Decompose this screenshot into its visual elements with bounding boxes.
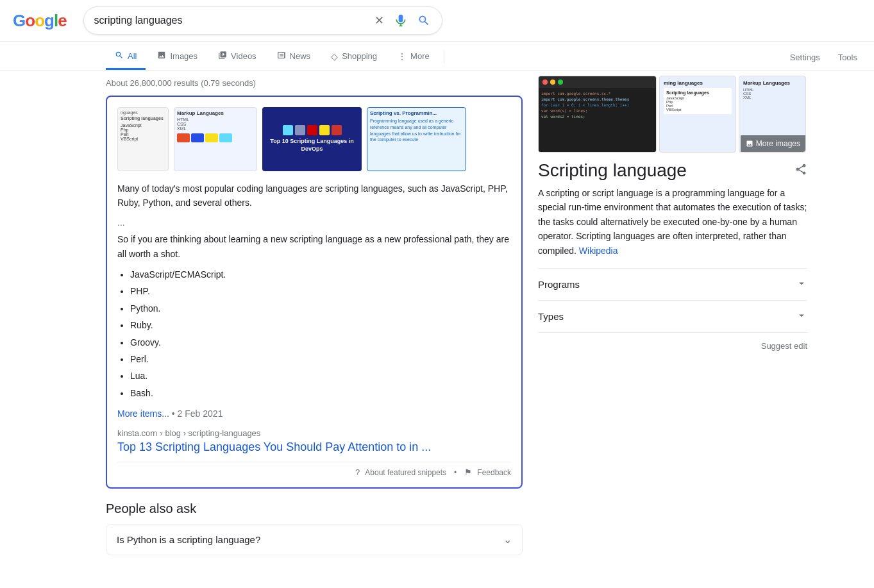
kg-accordion-programs: Programs [538, 269, 807, 301]
tab-all[interactable]: All [106, 44, 146, 70]
list-item: Bash. [130, 386, 511, 400]
search-bar: scripting languages ✕ [83, 6, 442, 35]
list-item: Groovy. [130, 335, 511, 349]
feedback-icon: ⚑ [464, 467, 472, 477]
results-count: About 26,800,000 results (0.79 seconds) [106, 76, 523, 88]
more-icon: ⋮ [398, 51, 407, 62]
nav-settings: Settings Tools [786, 46, 861, 69]
voice-search-button[interactable] [393, 13, 408, 28]
settings-link[interactable]: Settings [786, 46, 824, 69]
header: Google scripting languages ✕ [0, 0, 874, 42]
snippet-source: kinsta.com › blog › scripting-languages … [117, 428, 511, 454]
list-item: Lua. [130, 369, 511, 383]
search-icons: ✕ [373, 12, 432, 29]
list-item: Python. [130, 301, 511, 315]
videos-icon [218, 51, 227, 62]
news-icon [277, 51, 286, 62]
list-item: Perl. [130, 352, 511, 366]
snippet-image-2: Markup Languages HTML CSS XML [174, 107, 257, 171]
tab-videos[interactable]: Videos [209, 44, 265, 70]
snippet-image-1: nguages Scripting languages JavaScript P… [117, 107, 169, 171]
nav-separator [444, 51, 444, 63]
main-layout: About 26,800,000 results (0.79 seconds) … [0, 71, 874, 559]
logo-g: g [44, 11, 54, 30]
share-button[interactable] [794, 163, 807, 179]
logo-o1: o [25, 11, 35, 30]
paa-item-1: Is Python is a scripting language? ⌄ [106, 524, 523, 555]
tab-shopping[interactable]: ◇ Shopping [322, 45, 386, 70]
wikipedia-link[interactable]: Wikipedia [579, 246, 618, 256]
kg-title-row: Scripting language [538, 160, 807, 181]
snippet-ellipsis: ... [117, 215, 511, 230]
google-logo[interactable]: Google [13, 11, 67, 31]
kg-accordion: Programs Types [538, 268, 807, 333]
snippet-list: JavaScript/ECMAScript. PHP. Python. Ruby… [117, 267, 511, 400]
chevron-down-icon [796, 278, 807, 291]
kg-image-2: ming languages Scripting languages JavaS… [659, 76, 736, 153]
tab-images[interactable]: Images [148, 44, 206, 70]
tab-more[interactable]: ⋮ More [389, 45, 439, 70]
snippet-more-link[interactable]: More items... [117, 408, 169, 419]
snippet-source-path: kinsta.com › blog › scripting-languages [117, 428, 511, 438]
people-also-ask: People also ask Is Python is a scripting… [106, 501, 523, 555]
about-snippets-link[interactable]: About featured snippets [365, 468, 446, 477]
kg-accordion-types-header[interactable]: Types [538, 301, 807, 332]
kg-accordion-types: Types [538, 301, 807, 333]
kg-image-1: import com.google.screens.sc.* import co… [538, 76, 657, 153]
paa-title: People also ask [106, 501, 523, 516]
snippet-intro: Many of today's most popular coding lang… [117, 181, 511, 210]
logo-e: e [58, 11, 66, 30]
tab-news[interactable]: News [268, 44, 320, 70]
snippet-more-row: More items... • 2 Feb 2021 [117, 407, 511, 421]
kg-accordion-programs-header[interactable]: Programs [538, 269, 807, 300]
suggest-edit-link[interactable]: Suggest edit [761, 341, 807, 351]
logo-G: G [13, 11, 25, 30]
snippet-footer: ? About featured snippets • ⚑ Feedback [117, 462, 511, 477]
kg-image-3[interactable]: Markup Languages HTML CSS XML More image… [739, 76, 806, 153]
chevron-down-icon: ⌄ [503, 533, 512, 546]
shopping-icon: ◇ [331, 51, 338, 62]
snippet-transition: So if you are thinking about learning a … [117, 232, 511, 261]
knowledge-panel-images: import com.google.screens.sc.* import co… [538, 76, 807, 153]
logo-o2: o [35, 11, 44, 30]
paa-question-1[interactable]: Is Python is a scripting language? ⌄ [106, 525, 522, 555]
search-icon [115, 51, 124, 62]
snippet-image-3: Top 10 Scripting Languages in DevOps [262, 107, 362, 171]
kg-suggest-edit: Suggest edit [538, 333, 807, 353]
snippet-image-4: Scripting vs. Programmin... Programming … [367, 107, 466, 171]
list-item: JavaScript/ECMAScript. [130, 267, 511, 281]
chevron-down-icon [796, 310, 807, 323]
nav-tabs: All Images Videos News ◇ Shopping ⋮ More… [0, 42, 874, 71]
snippet-body: Many of today's most popular coding lang… [117, 181, 511, 421]
list-item: PHP. [130, 284, 511, 298]
more-images-overlay[interactable]: More images [741, 135, 805, 152]
featured-snippet: nguages Scripting languages JavaScript P… [106, 96, 523, 489]
list-item: Ruby. [130, 318, 511, 332]
paa-question-text-1: Is Python is a scripting language? [117, 534, 260, 545]
tools-link[interactable]: Tools [834, 46, 861, 69]
knowledge-panel: import com.google.screens.sc.* import co… [538, 76, 807, 559]
snippet-result-title[interactable]: Top 13 Scripting Languages You Should Pa… [117, 441, 511, 454]
snippet-images: nguages Scripting languages JavaScript P… [117, 107, 511, 171]
left-content: About 26,800,000 results (0.79 seconds) … [106, 76, 523, 559]
kg-description: A scripting or script language is a prog… [538, 186, 807, 258]
kg-title: Scripting language [538, 160, 687, 181]
feedback-link[interactable]: Feedback [477, 468, 511, 477]
more-images-label: More images [756, 139, 800, 148]
images-icon [157, 51, 166, 62]
clear-button[interactable]: ✕ [373, 12, 385, 29]
search-button[interactable] [416, 13, 432, 28]
search-input[interactable]: scripting languages [94, 15, 373, 26]
about-featured-icon: ? [355, 467, 360, 477]
